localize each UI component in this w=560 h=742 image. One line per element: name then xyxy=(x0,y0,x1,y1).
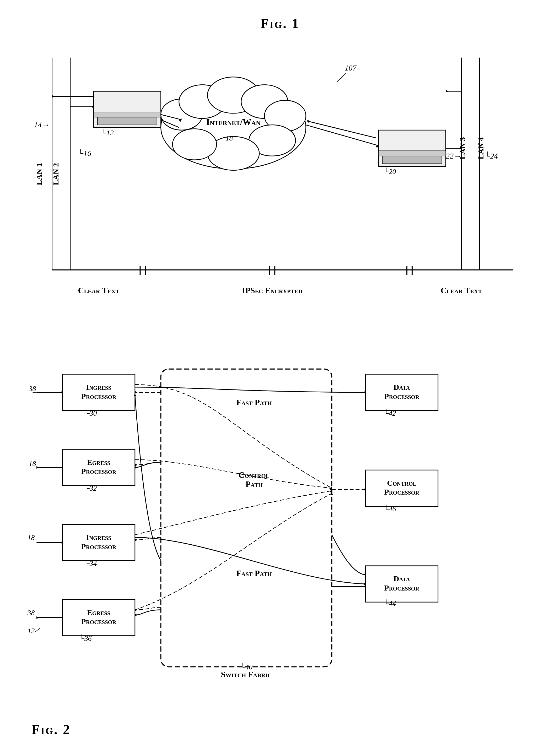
svg-line-36 xyxy=(337,73,346,82)
svg-text:Data: Data xyxy=(394,383,410,391)
svg-text:Processor: Processor xyxy=(384,584,419,592)
svg-marker-111 xyxy=(363,583,365,585)
svg-text:14→: 14→ xyxy=(34,120,49,129)
svg-text:└42: └42 xyxy=(384,409,396,417)
svg-rect-9 xyxy=(94,112,161,117)
svg-text:Processor: Processor xyxy=(384,488,419,496)
svg-text:Processor: Processor xyxy=(384,392,419,401)
svg-text:Fast Path: Fast Path xyxy=(237,398,272,407)
svg-text:Ingress: Ingress xyxy=(86,533,111,541)
svg-text:Processor: Processor xyxy=(81,617,116,626)
svg-rect-30 xyxy=(378,151,446,156)
svg-text:Egress: Egress xyxy=(87,458,110,467)
svg-text:LAN 4: LAN 4 xyxy=(477,137,485,159)
svg-rect-10 xyxy=(97,117,157,125)
svg-text:Processor: Processor xyxy=(81,467,116,475)
fig1-container: Fig. 1 LAN 1 LAN 2 LAN 3 LAN 4 xyxy=(21,16,539,330)
svg-marker-49 xyxy=(446,90,448,93)
svg-text:└46: └46 xyxy=(384,505,396,513)
svg-text:Control: Control xyxy=(387,479,416,487)
svg-text:└34: └34 xyxy=(85,559,97,568)
svg-text:38: 38 xyxy=(27,608,35,617)
svg-text:Clear Text: Clear Text xyxy=(441,286,482,295)
svg-text:22→: 22→ xyxy=(446,152,461,160)
svg-rect-60 xyxy=(161,369,332,667)
fig1-title: Fig. 1 xyxy=(21,16,539,31)
svg-text:IPSec Encrypted: IPSec Encrypted xyxy=(242,286,302,295)
fig2-container: Switch Fabric └40 Ingress Processor └30 … xyxy=(21,351,539,742)
svg-text:└24: └24 xyxy=(485,152,498,160)
svg-text:└16: └16 xyxy=(78,149,91,158)
svg-text:└36: └36 xyxy=(79,634,92,642)
svg-text:└32: └32 xyxy=(85,484,97,492)
svg-marker-44 xyxy=(307,120,310,123)
svg-marker-112 xyxy=(135,466,138,469)
svg-text:└44: └44 xyxy=(384,599,396,607)
svg-line-93 xyxy=(35,628,40,632)
svg-text:Processor: Processor xyxy=(81,542,116,551)
svg-text:└12: └12 xyxy=(101,129,113,137)
svg-text:107: 107 xyxy=(345,64,357,72)
svg-text:Ingress: Ingress xyxy=(86,383,111,391)
svg-text:Path: Path xyxy=(246,480,263,489)
svg-text:Fast Path: Fast Path xyxy=(237,569,272,578)
svg-marker-113 xyxy=(135,614,138,617)
svg-line-41 xyxy=(306,125,378,146)
svg-text:└20: └20 xyxy=(384,167,396,176)
svg-text:Processor: Processor xyxy=(81,392,116,401)
svg-marker-110 xyxy=(363,391,365,394)
svg-text:└40: └40 xyxy=(240,663,252,671)
svg-text:18: 18 xyxy=(28,533,35,541)
svg-text:Internet/Wan: Internet/Wan xyxy=(206,117,261,127)
svg-marker-120 xyxy=(363,488,365,491)
svg-marker-123 xyxy=(135,539,138,541)
svg-text:Switch Fabric: Switch Fabric xyxy=(221,670,272,679)
svg-point-26 xyxy=(172,129,216,160)
svg-marker-17 xyxy=(52,95,55,98)
svg-text:18: 18 xyxy=(226,134,233,142)
fig2-svg: Switch Fabric └40 Ingress Processor └30 … xyxy=(21,351,539,731)
svg-rect-31 xyxy=(382,156,442,164)
svg-marker-125 xyxy=(363,585,365,588)
svg-text:LAN 2: LAN 2 xyxy=(52,163,60,185)
svg-marker-76 xyxy=(37,466,39,469)
svg-text:12: 12 xyxy=(28,627,35,635)
svg-marker-122 xyxy=(135,464,138,466)
svg-text:LAN 1: LAN 1 xyxy=(35,163,43,185)
svg-marker-68 xyxy=(60,391,62,394)
svg-marker-83 xyxy=(60,541,62,544)
page: Fig. 1 LAN 1 LAN 2 LAN 3 LAN 4 xyxy=(0,0,560,742)
svg-text:38: 38 xyxy=(29,384,36,392)
fig1-diagram: LAN 1 LAN 2 LAN 3 LAN 4 └12 14→ └16 xyxy=(21,37,539,325)
svg-text:└30: └30 xyxy=(85,409,97,417)
svg-marker-90 xyxy=(37,617,39,619)
svg-marker-15 xyxy=(91,105,94,108)
svg-text:Egress: Egress xyxy=(87,608,110,617)
svg-marker-121 xyxy=(135,391,138,394)
fig1-svg: LAN 1 LAN 2 LAN 3 LAN 4 └12 14→ └16 xyxy=(21,37,539,325)
svg-text:18: 18 xyxy=(29,460,36,468)
svg-text:Clear Text: Clear Text xyxy=(78,286,119,295)
svg-text:Data: Data xyxy=(394,575,410,583)
